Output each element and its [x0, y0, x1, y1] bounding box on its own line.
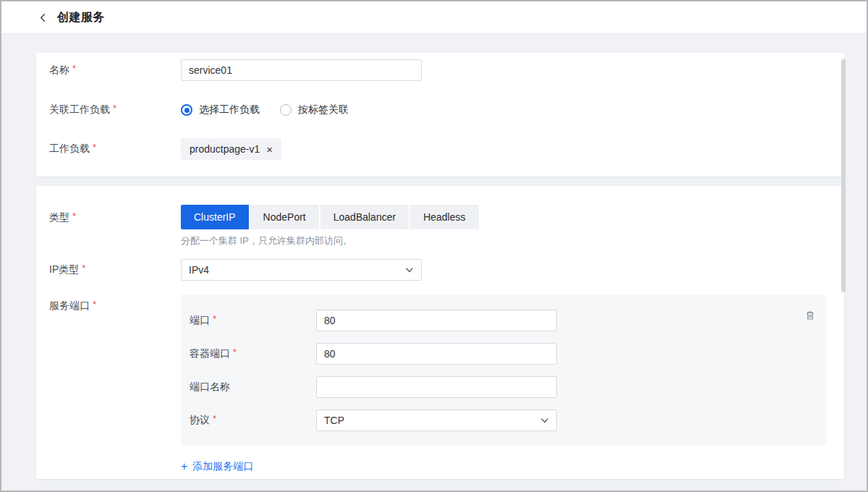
- protocol-row: 协议* TCP: [190, 410, 826, 431]
- workload-relation-radio-group: 选择工作负载 按标签关联: [181, 103, 349, 116]
- radio-by-label[interactable]: 按标签关联: [280, 103, 349, 116]
- plus-icon: +: [181, 461, 187, 472]
- port-label: 端口*: [190, 314, 316, 327]
- required-asterisk: *: [213, 313, 216, 324]
- type-label: 类型*: [49, 205, 181, 230]
- page-title: 创建服务: [57, 10, 105, 25]
- workload-row: 工作负载* productpage-v1 ×: [49, 138, 844, 160]
- delete-port-button[interactable]: [804, 309, 817, 322]
- ip-type-value: IPv4: [189, 264, 209, 276]
- protocol-select[interactable]: TCP: [316, 410, 557, 431]
- add-service-port-button[interactable]: + 添加服务端口: [181, 459, 253, 474]
- vertical-scrollbar-thumb[interactable]: [841, 59, 846, 292]
- protocol-value: TCP: [324, 415, 344, 426]
- workload-tag-text: productpage-v1: [190, 143, 260, 155]
- service-port-panel: 端口* 容器端口* 端口名称 协议*: [181, 294, 826, 445]
- basic-info-card: 名称* 关联工作负载* 选择工作负载 按标签关联 工作负载* productpa…: [36, 53, 844, 177]
- type-button-group: ClusterIP NodePort LoadBalancer Headless: [181, 205, 479, 229]
- radio-unselected-icon: [280, 104, 292, 116]
- port-name-input[interactable]: [316, 376, 557, 398]
- name-row: 名称*: [49, 59, 844, 81]
- name-label: 名称*: [49, 64, 181, 77]
- protocol-label: 协议*: [190, 414, 316, 427]
- type-hint: 分配一个集群 IP，只允许集群内部访问。: [181, 234, 479, 247]
- remove-tag-icon[interactable]: ×: [266, 144, 273, 155]
- type-option-headless[interactable]: Headless: [410, 205, 478, 229]
- required-asterisk: *: [233, 347, 237, 357]
- chevron-down-icon: [540, 416, 549, 425]
- container-port-row: 容器端口*: [190, 343, 826, 365]
- workload-label: 工作负载*: [49, 143, 181, 156]
- container-port-input[interactable]: [316, 343, 557, 365]
- required-asterisk: *: [113, 103, 116, 114]
- type-option-nodeport[interactable]: NodePort: [250, 205, 319, 229]
- ip-type-row: IP类型* IPv4: [49, 259, 844, 281]
- workload-relation-row: 关联工作负载* 选择工作负载 按标签关联: [49, 99, 844, 121]
- type-row: 类型* ClusterIP NodePort LoadBalancer Head…: [49, 205, 844, 247]
- required-asterisk: *: [93, 142, 96, 153]
- workload-relation-label: 关联工作负载*: [49, 103, 181, 116]
- chevron-left-icon: [38, 12, 48, 23]
- required-asterisk: *: [93, 299, 96, 310]
- service-ports-label: 服务端口*: [49, 294, 181, 313]
- trash-icon: [804, 310, 816, 321]
- add-service-port-label: 添加服务端口: [192, 460, 253, 473]
- type-option-loadbalancer[interactable]: LoadBalancer: [320, 205, 409, 229]
- ip-type-label: IP类型*: [49, 263, 181, 276]
- page-header: 创建服务: [1, 1, 867, 34]
- required-asterisk: *: [72, 211, 76, 221]
- port-row: 端口*: [190, 310, 826, 331]
- required-asterisk: *: [213, 413, 216, 424]
- back-button[interactable]: [38, 12, 48, 23]
- chevron-down-icon: [405, 266, 414, 274]
- service-spec-card: 类型* ClusterIP NodePort LoadBalancer Head…: [36, 186, 844, 479]
- service-ports-row: 服务端口* 端口*: [49, 294, 844, 445]
- port-name-row: 端口名称: [190, 376, 826, 398]
- required-asterisk: *: [72, 63, 76, 74]
- container-port-label: 容器端口*: [190, 347, 316, 360]
- name-input[interactable]: [181, 59, 422, 81]
- workload-tag[interactable]: productpage-v1 ×: [181, 138, 281, 160]
- port-input[interactable]: [316, 310, 557, 331]
- required-asterisk: *: [82, 263, 85, 273]
- type-option-clusterip[interactable]: ClusterIP: [181, 205, 249, 229]
- type-control: ClusterIP NodePort LoadBalancer Headless…: [181, 205, 479, 247]
- port-name-label: 端口名称: [190, 381, 316, 394]
- radio-select-workload[interactable]: 选择工作负载: [181, 103, 260, 116]
- radio-selected-icon: [181, 104, 192, 116]
- ip-type-select[interactable]: IPv4: [181, 259, 422, 281]
